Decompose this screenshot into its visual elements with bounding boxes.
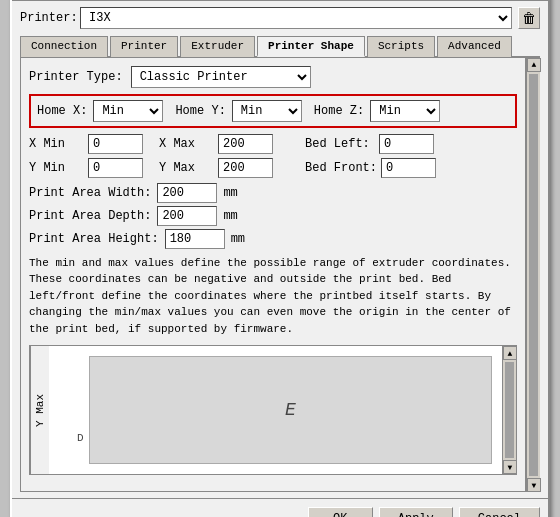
bed-front-input[interactable]	[381, 158, 436, 178]
home-z-select[interactable]: Min Max	[370, 100, 440, 122]
panel-scrollbar-up[interactable]: ▲	[527, 58, 541, 72]
y-min-input[interactable]	[88, 158, 143, 178]
bed-col: Bed Left: Bed Front:	[305, 134, 436, 178]
chart-scrollbar: ▲ ▼	[502, 346, 516, 474]
description-text: The min and max values define the possib…	[29, 255, 517, 338]
print-area-section: Print Area Width: mm Print Area Depth: m…	[29, 183, 517, 249]
bed-left-cell: Bed Left:	[305, 134, 436, 154]
apply-button[interactable]: Apply	[379, 507, 453, 517]
cancel-button[interactable]: Cancel	[459, 507, 540, 517]
chart-d-label: D	[77, 432, 84, 444]
print-width-label: Print Area Width:	[29, 186, 151, 200]
tab-advanced[interactable]: Advanced	[437, 36, 512, 57]
print-depth-unit: mm	[223, 209, 237, 223]
delete-button[interactable]: 🗑	[518, 7, 540, 29]
chart-y-label: Y Max	[30, 346, 49, 474]
print-depth-row: Print Area Depth: mm	[29, 206, 517, 226]
home-x-select[interactable]: Min Max	[93, 100, 163, 122]
scrollbar-thumb[interactable]	[505, 362, 514, 458]
home-y-label: Home Y:	[175, 104, 225, 118]
panel-wrapper: Printer Type: Classic Printer Home X: Mi…	[20, 58, 540, 493]
printer-type-label: Printer Type:	[29, 70, 123, 84]
chart-inner: D E	[49, 346, 502, 474]
print-width-unit: mm	[223, 186, 237, 200]
x-min-input[interactable]	[88, 134, 143, 154]
scrollbar-down-arrow[interactable]: ▼	[503, 460, 517, 474]
print-depth-input[interactable]	[157, 206, 217, 226]
ok-button[interactable]: OK	[308, 507, 373, 517]
xy-max-col: X Max Y Max	[159, 134, 273, 178]
panel-scrollbar-thumb[interactable]	[529, 74, 538, 477]
window-content: Printer: I3X 🗑 Connection Printer Extrud…	[12, 1, 548, 499]
x-max-cell: X Max	[159, 134, 273, 154]
tabs-bar: Connection Printer Extruder Printer Shap…	[20, 35, 540, 58]
x-max-label: X Max	[159, 137, 214, 151]
tab-extruder[interactable]: Extruder	[180, 36, 255, 57]
xy-min-col: X Min Y Min	[29, 134, 143, 178]
home-row: Home X: Min Max Home Y: Min Max Home Z: …	[29, 94, 517, 128]
bed-left-label: Bed Left:	[305, 137, 375, 151]
home-x-label: Home X:	[37, 104, 87, 118]
panel-scrollbar: ▲ ▼	[526, 58, 540, 493]
panel-scrollbar-down[interactable]: ▼	[527, 478, 541, 492]
print-depth-label: Print Area Depth:	[29, 209, 151, 223]
tab-printer[interactable]: Printer	[110, 36, 178, 57]
printer-type-row: Printer Type: Classic Printer	[29, 66, 517, 88]
y-min-cell: Y Min	[29, 158, 143, 178]
bed-front-label: Bed Front:	[305, 161, 377, 175]
printer-row: Printer: I3X 🗑	[20, 7, 540, 29]
y-min-label: Y Min	[29, 161, 84, 175]
print-width-input[interactable]	[157, 183, 217, 203]
button-row: OK Apply Cancel	[12, 498, 548, 517]
x-min-cell: X Min	[29, 134, 143, 154]
chart-container: Y Max D E ▲ ▼	[29, 345, 517, 475]
print-height-unit: mm	[231, 232, 245, 246]
printer-type-select[interactable]: Classic Printer	[131, 66, 311, 88]
y-max-input[interactable]	[218, 158, 273, 178]
home-y-select[interactable]: Min Max	[232, 100, 302, 122]
y-max-cell: Y Max	[159, 158, 273, 178]
home-z-label: Home Z:	[314, 104, 364, 118]
printer-label: Printer:	[20, 11, 72, 25]
printer-select-wrap: I3X 🗑	[80, 7, 540, 29]
tab-scripts[interactable]: Scripts	[367, 36, 435, 57]
tab-printer-shape[interactable]: Printer Shape	[257, 36, 365, 57]
printer-name-select[interactable]: I3X	[80, 7, 512, 29]
main-panel: Printer Type: Classic Printer Home X: Mi…	[20, 58, 526, 493]
print-width-row: Print Area Width: mm	[29, 183, 517, 203]
print-height-input[interactable]	[165, 229, 225, 249]
x-min-label: X Min	[29, 137, 84, 151]
bed-left-input[interactable]	[379, 134, 434, 154]
chart-e-area: E	[89, 356, 492, 464]
print-height-row: Print Area Height: mm	[29, 229, 517, 249]
scrollbar-up-arrow[interactable]: ▲	[503, 346, 517, 360]
printer-settings-window: Printer Settings Printer: I3X 🗑 Connecti…	[10, 0, 550, 517]
bed-front-cell: Bed Front:	[305, 158, 436, 178]
coordinates-section: X Min Y Min X Max	[29, 134, 517, 178]
x-max-input[interactable]	[218, 134, 273, 154]
y-max-label: Y Max	[159, 161, 214, 175]
print-height-label: Print Area Height:	[29, 232, 159, 246]
tab-connection[interactable]: Connection	[20, 36, 108, 57]
chart-e-label: E	[285, 400, 296, 420]
